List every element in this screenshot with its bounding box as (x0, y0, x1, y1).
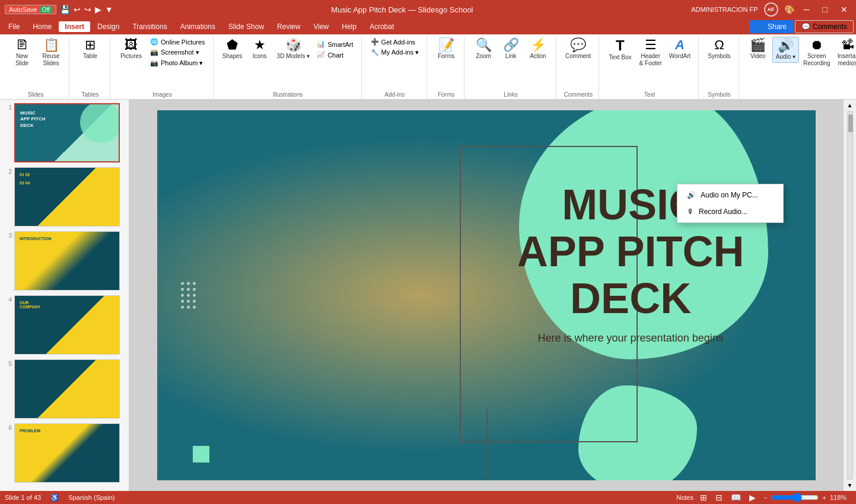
vertical-scrollbar[interactable] (847, 111, 853, 480)
accessibility-icon[interactable]: ♿ (50, 494, 59, 502)
slide-green-rect (193, 446, 209, 462)
slide-thumb-6[interactable]: 6 PROBLEM (2, 422, 126, 484)
maximize-btn[interactable]: □ (819, 4, 831, 15)
ribbon-content: 🖹 NewSlide 📋 ReuseSlides Slides ⊞ Table … (0, 34, 856, 99)
autosave-state: Off (40, 7, 52, 13)
undo-icon[interactable]: ↩ (74, 5, 81, 14)
icons-button[interactable]: ★ Icons (247, 37, 273, 62)
status-left: Slide 1 of 43 ♿ Spanish (Spain) (5, 494, 114, 502)
record-audio-label: Record Audio... (699, 208, 747, 216)
zoom-slider[interactable] (771, 493, 819, 502)
screen-recording-button[interactable]: ⏺ ScreenRecording (800, 37, 833, 69)
chart-icon: 📈 (317, 51, 325, 59)
slide-thumb-1[interactable]: 1 MUSICAPP PITCHDECK (2, 102, 126, 164)
forms-button[interactable]: 📝 Forms (433, 37, 459, 62)
action-button[interactable]: ⚡ Action (525, 37, 551, 62)
status-bar: Slide 1 of 43 ♿ Spanish (Spain) Notes ⊞ … (0, 491, 856, 504)
link-label: Link (505, 53, 516, 60)
zoom-out-icon[interactable]: － (762, 493, 769, 502)
header-footer-button[interactable]: ☰ Header& Footer (636, 37, 664, 69)
scroll-up-icon[interactable]: ▲ (847, 102, 853, 109)
3d-models-button[interactable]: 🎲 3D Models ▾ (274, 37, 313, 62)
my-addins-button[interactable]: 🔧 My Add-ins ▾ (368, 47, 422, 58)
menu-file[interactable]: File (2, 21, 26, 32)
zoom-in-icon[interactable]: ＋ (821, 493, 828, 502)
new-slide-button[interactable]: 🖹 NewSlide (7, 37, 37, 69)
customize-ribbon-icon[interactable]: 🎨 (784, 5, 794, 14)
present-icon[interactable]: ▶ (95, 5, 101, 14)
zoom-control[interactable]: － ＋ 118% (762, 493, 851, 502)
zoom-button[interactable]: 🔍 Zoom (470, 37, 497, 62)
video-button[interactable]: 🎬 Video (745, 37, 771, 62)
slide-thumb-3[interactable]: 3 INTRODUCTION (2, 230, 126, 292)
normal-view-icon[interactable]: ⊞ (698, 492, 709, 503)
link-icon: 🔗 (503, 39, 519, 52)
slide-title-line3: DECK (517, 275, 744, 322)
ribbon-group-tables: ⊞ Table Tables (71, 37, 110, 99)
wordart-button[interactable]: A WordArt (666, 37, 694, 62)
menu-transitions[interactable]: Transitions (126, 21, 173, 32)
zoom-level[interactable]: 118% (830, 494, 851, 501)
header-footer-label: Header& Footer (639, 53, 661, 67)
right-panel: ▲ ▼ (843, 100, 856, 491)
screenshot-label: Screenshot ▾ (161, 49, 199, 56)
text-group-label: Text (605, 90, 693, 99)
insertar-medios-icon: 📽 (841, 39, 854, 52)
symbols-button[interactable]: Ω Symbols (705, 37, 733, 62)
record-audio-item[interactable]: 🎙 Record Audio... (677, 203, 783, 220)
user-avatar[interactable]: AF (764, 2, 778, 17)
link-button[interactable]: 🔗 Link (498, 37, 524, 62)
reuse-slides-button[interactable]: 📋 ReuseSlides (38, 37, 64, 69)
textbox-button[interactable]: T Text Box (605, 37, 635, 63)
online-pictures-button[interactable]: 🌐 Online Pictures (147, 37, 208, 47)
menu-insert[interactable]: Insert (59, 21, 90, 32)
audio-button[interactable]: 🔊 Audio ▾ (772, 37, 799, 63)
my-addins-icon: 🔧 (371, 49, 379, 56)
audio-on-pc-item[interactable]: 🔊 Audio on My PC... (677, 187, 783, 203)
share-button[interactable]: 👤 Share (749, 20, 794, 33)
get-addins-button[interactable]: ➕ Get Add-ins (368, 37, 422, 47)
close-btn[interactable]: ✕ (837, 4, 851, 15)
comment-button[interactable]: 💬 Comment (562, 37, 594, 62)
slide-thumb-2[interactable]: 2 01 0203 04 (2, 166, 126, 228)
customize-icon[interactable]: ▼ (105, 5, 113, 14)
screenshot-button[interactable]: 📸 Screenshot ▾ (147, 47, 208, 58)
menu-acrobat[interactable]: Acrobat (364, 21, 400, 32)
redo-icon[interactable]: ↪ (84, 5, 91, 14)
slide-thumb-4[interactable]: 4 OURCOMPANY (2, 294, 126, 356)
menu-animations[interactable]: Animations (174, 21, 221, 32)
menu-view[interactable]: View (307, 21, 335, 32)
tables-group-label: Tables (75, 90, 105, 99)
slide-thumbnail-1: MUSICAPP PITCHDECK (14, 103, 120, 162)
minimize-btn[interactable]: ─ (800, 4, 813, 15)
photo-album-button[interactable]: 📷 Photo Album ▾ (147, 58, 208, 68)
slide-sorter-icon[interactable]: ⊟ (714, 492, 724, 503)
ribbon-group-media: 🎬 Video 🔊 Audio ▾ ⏺ ScreenRecording 📽 In… (740, 37, 856, 99)
pictures-label: Pictures (120, 53, 142, 60)
menu-design[interactable]: Design (91, 21, 125, 32)
photo-album-icon: 📷 (150, 59, 158, 67)
scroll-down-icon[interactable]: ▼ (847, 482, 853, 489)
notes-button[interactable]: Notes (676, 494, 693, 501)
insertar-medios-button[interactable]: 📽 Insertarmedios (835, 37, 856, 69)
slide-thumb-5[interactable]: 5 (2, 358, 126, 420)
menu-help[interactable]: Help (336, 21, 362, 32)
slide-thumbnail-2: 01 0203 04 (14, 167, 120, 227)
slide-decorative-dots (181, 282, 196, 309)
reading-view-icon[interactable]: 📖 (729, 492, 743, 503)
slide-thumbnail-4: OURCOMPANY (14, 295, 120, 355)
menu-review[interactable]: Review (271, 21, 306, 32)
comments-button[interactable]: 💬 Comments (795, 20, 854, 33)
pictures-button[interactable]: 🖼 Pictures (116, 37, 146, 62)
slideshow-icon[interactable]: ▶ (747, 492, 758, 503)
chart-button[interactable]: 📈 Chart (314, 50, 356, 60)
shapes-button[interactable]: ⬟ Shapes (219, 37, 246, 62)
scroll-thumb[interactable] (848, 114, 853, 132)
autosave-badge[interactable]: AutoSave Off (5, 5, 56, 14)
smartart-button[interactable]: 📊 SmartArt (314, 39, 356, 49)
table-button[interactable]: ⊞ Table (75, 37, 105, 62)
menu-slideshow[interactable]: Slide Show (222, 21, 270, 32)
menu-home[interactable]: Home (27, 21, 58, 32)
ribbon-group-illustrations: ⬟ Shapes ★ Icons 🎲 3D Models ▾ 📊 SmartAr… (215, 37, 362, 99)
save-icon[interactable]: 💾 (60, 5, 70, 14)
